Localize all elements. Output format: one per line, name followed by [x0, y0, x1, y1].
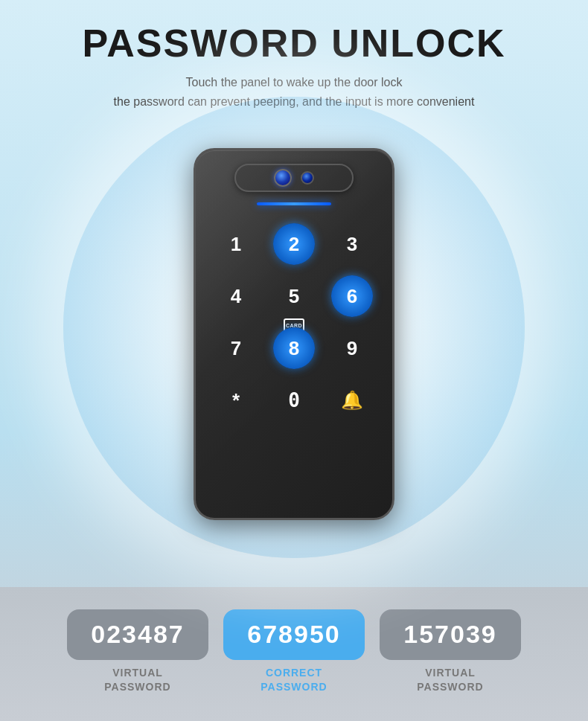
bottom-section: 023487 VIRTUAL PASSWORD 678950 CORRECT P… [0, 587, 588, 721]
key-9[interactable]: 9 [331, 327, 373, 369]
password-row: 023487 VIRTUAL PASSWORD 678950 CORRECT P… [67, 609, 521, 695]
key-7[interactable]: 7 [215, 327, 257, 369]
key-2[interactable]: 2 [273, 223, 315, 265]
key-4[interactable]: 4 [215, 275, 257, 317]
camera-lens-left [274, 169, 292, 187]
page-wrapper: PASSWORD UNLOCK Touch the panel to wake … [0, 0, 588, 721]
camera-module [234, 164, 354, 192]
key-5[interactable]: 5 CARD [273, 275, 315, 317]
keypad: 1 2 3 4 5 CARD 6 [196, 223, 392, 421]
device: 1 2 3 4 5 CARD 6 [194, 148, 394, 520]
password-label-center: CORRECT PASSWORD [261, 666, 327, 695]
indicator-line [257, 202, 331, 205]
key-8[interactable]: 8 [273, 327, 315, 369]
key-3[interactable]: 3 [331, 223, 373, 265]
password-box-left: 023487 [67, 609, 208, 660]
key-bell[interactable]: 🔔 [331, 379, 373, 421]
password-card-left: 023487 VIRTUAL PASSWORD [67, 609, 208, 695]
password-card-right: 157039 VIRTUAL PASSWORD [380, 609, 521, 695]
bell-icon: 🔔 [341, 390, 363, 411]
password-box-right: 157039 [380, 609, 521, 660]
password-label-left: VIRTUAL PASSWORD [104, 666, 170, 695]
main-title: PASSWORD UNLOCK [82, 21, 505, 65]
key-1[interactable]: 1 [215, 223, 257, 265]
camera-lens-right [301, 171, 314, 185]
password-card-center: 678950 CORRECT PASSWORD [223, 609, 365, 695]
key-6[interactable]: 6 [331, 275, 373, 317]
key-0[interactable]: 0 [273, 379, 315, 421]
password-box-center: 678950 [223, 609, 365, 660]
password-label-right: VIRTUAL PASSWORD [417, 666, 483, 695]
key-star[interactable]: * [215, 379, 257, 421]
top-section: PASSWORD UNLOCK Touch the panel to wake … [0, 0, 588, 587]
device-container: 1 2 3 4 5 CARD 6 [194, 148, 394, 520]
